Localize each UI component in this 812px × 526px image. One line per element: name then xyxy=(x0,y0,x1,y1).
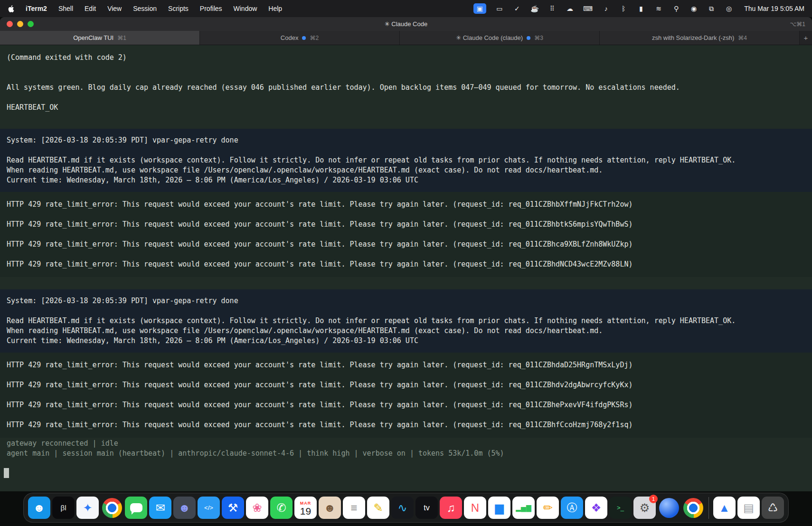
terminal-line: HTTP 429 rate_limit_error: This request … xyxy=(7,400,805,410)
dock-sail-app[interactable]: ▲ xyxy=(713,497,736,519)
checkbox-icon[interactable]: ✓ xyxy=(513,3,521,14)
dock-blue-tools-app[interactable]: ⚒ xyxy=(222,497,244,519)
display-icon[interactable]: ▭ xyxy=(495,3,504,14)
dock-launchpad[interactable]: ❖ xyxy=(585,497,607,519)
menu-view[interactable]: View xyxy=(107,5,122,12)
dock-vscode[interactable]: </> xyxy=(198,497,220,519)
dock-music[interactable]: ♫ xyxy=(440,497,462,519)
menu-window[interactable]: Window xyxy=(234,5,257,12)
dock-facetime[interactable]: ✆ xyxy=(270,497,293,519)
dock-trash[interactable]: ♺ xyxy=(762,497,784,519)
documents-icon: ▤ xyxy=(743,501,754,515)
dock-blue-sphere-app[interactable] xyxy=(658,497,680,519)
vscode-icon: </> xyxy=(204,504,213,511)
chrome-icon xyxy=(683,498,703,518)
dock-beta-app[interactable]: βl xyxy=(52,497,75,519)
cloud-icon[interactable]: ☁ xyxy=(566,3,574,14)
dock-terminal-app[interactable]: >_ xyxy=(609,497,632,519)
dock-pencil-app[interactable]: ✏ xyxy=(537,497,559,519)
minimize-button[interactable] xyxy=(17,21,23,27)
wifi-icon[interactable]: ≋ xyxy=(654,3,663,14)
keyboard-icon[interactable]: ⌨ xyxy=(583,3,593,14)
dock-activity[interactable]: ∿ xyxy=(391,497,414,519)
dock-mail[interactable]: ✉ xyxy=(149,497,171,519)
window-title: ✳ Claude Code xyxy=(0,20,812,28)
dock-discord[interactable]: ☻ xyxy=(173,497,196,519)
terminal-line: Read HEARTBEAT.md if it exists (workspac… xyxy=(7,316,805,326)
dock-chrome[interactable] xyxy=(101,497,123,519)
user-icon[interactable]: ◉ xyxy=(689,3,698,14)
dock-documents[interactable]: ▤ xyxy=(737,497,760,519)
tab-1[interactable]: OpenClaw TUI⌘1 xyxy=(0,31,200,45)
notes-icon: ✎ xyxy=(373,501,383,515)
terminal-block-http: HTTP 429 rate_limit_error: This request … xyxy=(0,353,812,438)
sail-app-icon: ▲ xyxy=(719,501,730,515)
dock-photos[interactable]: ❀ xyxy=(246,497,268,519)
terminal-app-icon: >_ xyxy=(617,504,624,511)
dock-settings[interactable]: ⚙1 xyxy=(633,497,656,519)
siri-icon[interactable]: ◎ xyxy=(725,3,733,14)
window-titlebar[interactable]: ✳ Claude Code ⌥⌘1 xyxy=(0,17,812,31)
tab-label: zsh with Solarized-Dark (-zsh) xyxy=(652,34,734,41)
apple-menu-icon[interactable] xyxy=(8,5,14,13)
tab-bar: OpenClaw TUI⌘1Codex⌘2✳ Claude Code (clau… xyxy=(0,31,812,45)
terminal[interactable]: (Command exited with code 2) All systems… xyxy=(0,45,812,491)
terminal-line: When reading HEARTBEAT.md, use workspace… xyxy=(7,165,805,175)
dock-keynote[interactable]: ▆ xyxy=(488,497,510,519)
terminal-line: gateway reconnected | idle xyxy=(7,439,805,449)
window-shortcut: ⌥⌘1 xyxy=(790,21,805,28)
dock-notes[interactable]: ✎ xyxy=(367,497,389,519)
terminal-block-plain: (Command exited with code 2) All systems… xyxy=(0,45,812,116)
terminal-line xyxy=(7,63,805,73)
app-store-icon: Ⓐ xyxy=(567,501,577,515)
control-center-icon[interactable]: ⧉ xyxy=(707,3,716,14)
dots-grid-icon[interactable]: ⠿ xyxy=(548,3,557,14)
terminal-block-cursorline xyxy=(0,459,812,478)
finder-icon: ☻ xyxy=(33,501,45,515)
bluetooth-icon[interactable]: ᛒ xyxy=(619,3,628,14)
terminal-line xyxy=(7,249,805,259)
battery-icon[interactable]: ▮ xyxy=(637,3,645,14)
dock-messages[interactable] xyxy=(125,497,147,519)
mute-icon[interactable]: ♪ xyxy=(602,3,610,14)
menu-session[interactable]: Session xyxy=(133,5,157,12)
dock-app-store[interactable]: Ⓐ xyxy=(561,497,583,519)
tab-3[interactable]: ✳ Claude Code (claude)⌘3 xyxy=(400,31,600,45)
dock-safari[interactable]: ✦ xyxy=(76,497,99,519)
menu-bar-right: ▣▭✓☕⠿☁⌨♪ᛒ▮≋⚲◉⧉◎Thu Mar 19 5:05 AM xyxy=(473,3,804,14)
dock-apple-tv[interactable]: tv xyxy=(415,497,438,519)
tab-4[interactable]: zsh with Solarized-Dark (-zsh)⌘4 xyxy=(600,31,800,45)
dock-analytics[interactable]: ▂▅▇ xyxy=(512,497,535,519)
tab-label: Codex xyxy=(281,34,299,41)
coffee-icon[interactable]: ☕ xyxy=(530,3,539,14)
menu-shell[interactable]: Shell xyxy=(58,5,73,12)
close-button[interactable] xyxy=(7,21,13,27)
menu-profiles[interactable]: Profiles xyxy=(200,5,222,12)
menu-iterm2[interactable]: iTerm2 xyxy=(26,5,47,12)
zoom-button[interactable] xyxy=(28,21,34,27)
dock-contacts[interactable]: ☻ xyxy=(319,497,341,519)
dock: ☻βl✦✉☻</>⚒❀✆MAR19☻≡✎∿tv♫N▆▂▅▇✏Ⓐ❖>_⚙1▲▤♺ xyxy=(23,493,789,523)
terminal-line: All systems green. Blog daily cap alread… xyxy=(7,83,805,93)
new-tab-button[interactable]: + xyxy=(800,31,812,45)
dock-chrome-2[interactable] xyxy=(682,497,704,519)
terminal-line xyxy=(7,390,805,400)
menu-bar-clock[interactable]: Thu Mar 19 5:05 AM xyxy=(744,5,804,12)
tab-label: ✳ Claude Code (claude) xyxy=(456,34,523,41)
menu-edit[interactable]: Edit xyxy=(85,5,96,12)
terminal-line xyxy=(7,230,805,239)
screen-mirroring-icon[interactable]: ▣ xyxy=(473,3,486,14)
search-icon[interactable]: ⚲ xyxy=(672,3,680,14)
tab-2[interactable]: Codex⌘2 xyxy=(200,31,400,45)
terminal-line xyxy=(7,410,805,420)
dock-calendar[interactable]: MAR19 xyxy=(294,497,317,519)
facetime-icon: ✆ xyxy=(276,501,286,515)
terminal-line: HEARTBEAT_OK xyxy=(7,103,805,113)
dock-reminders[interactable]: ≡ xyxy=(343,497,365,519)
menu-help[interactable]: Help xyxy=(268,5,282,12)
dock-finder[interactable]: ☻ xyxy=(28,497,50,519)
dock-news[interactable]: N xyxy=(464,497,486,519)
activity-icon: ∿ xyxy=(397,501,407,515)
terminal-block-system: System: [2026-03-18 20:05:39 PDT] vpar-g… xyxy=(0,289,812,353)
menu-scripts[interactable]: Scripts xyxy=(168,5,189,12)
